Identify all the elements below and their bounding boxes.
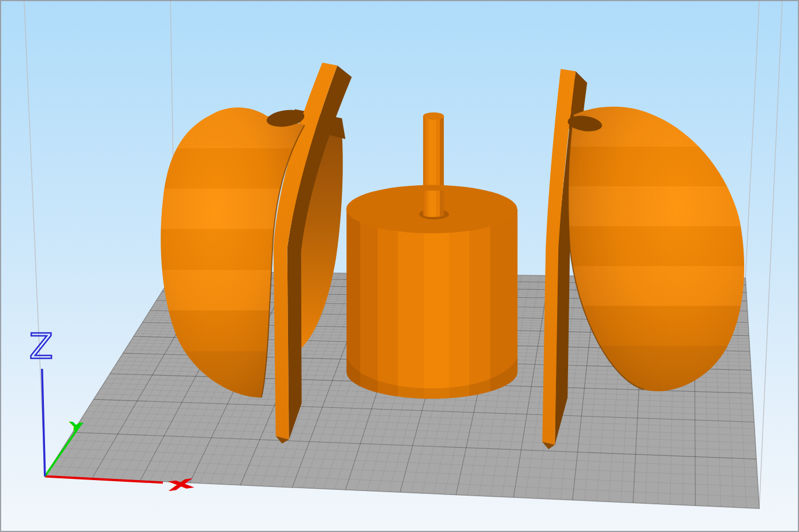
pin-base (423, 191, 444, 218)
pin-top (423, 113, 444, 120)
cylinder-body (346, 209, 517, 399)
viewport-frame: Z Y X (0, 0, 799, 532)
axis-z-label: Z (29, 327, 53, 366)
axis-y-label: Y (69, 420, 82, 433)
viewport-3d[interactable]: Z Y X (1, 1, 798, 531)
